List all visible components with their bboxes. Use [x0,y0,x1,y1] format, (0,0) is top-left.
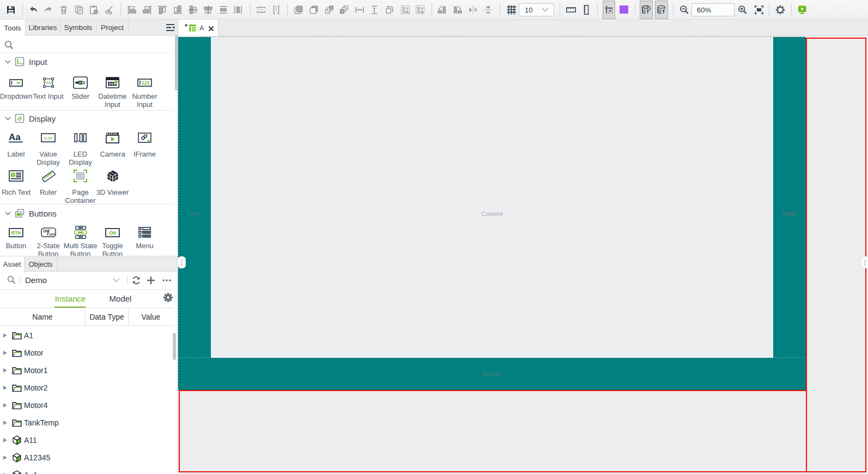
svg-text:ON: ON [43,229,48,233]
svg-text:Aa: Aa [9,132,21,142]
svg-text:T: T [12,172,15,177]
svg-text:0.00: 0.00 [44,135,53,140]
svg-text:123: 123 [142,80,149,86]
svg-text:ON: ON [109,230,116,235]
svg-text:OFF: OFF [48,233,55,236]
svg-text:BTN: BTN [11,230,21,235]
svg-text:Text: Text [45,81,52,85]
